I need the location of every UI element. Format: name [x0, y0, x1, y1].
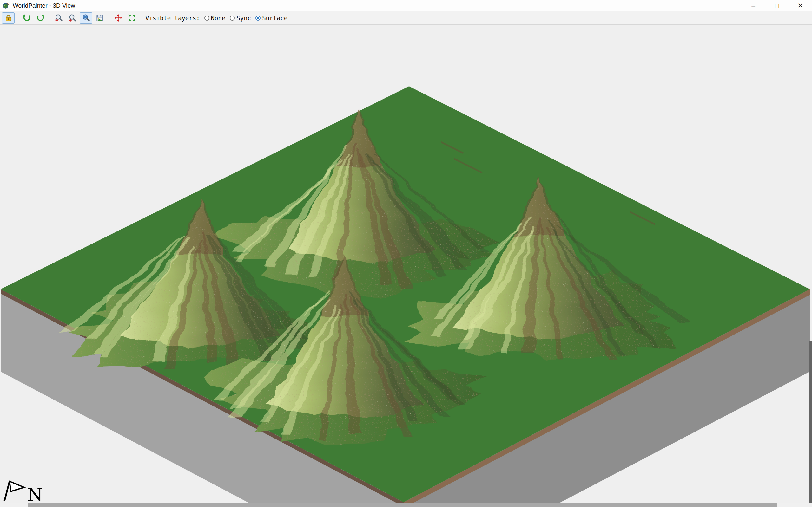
green-expand-arrows-icon	[128, 14, 136, 22]
layer-option-label: Sync	[237, 14, 251, 21]
worldpainter-logo-icon	[3, 2, 10, 9]
toolbar-separator	[142, 13, 142, 23]
layer-option-sync[interactable]: Sync	[230, 14, 251, 21]
close-button[interactable]: ✕	[789, 0, 812, 11]
3d-view-canvas[interactable]: N	[0, 25, 812, 507]
layer-option-none[interactable]: None	[204, 14, 225, 21]
compass-north-label: N	[27, 485, 43, 505]
maximize-button[interactable]: □	[765, 0, 789, 11]
magnifier-plus-icon	[68, 14, 77, 22]
red-cross-arrows-icon	[114, 14, 122, 22]
horizontal-scrollbar[interactable]	[0, 503, 812, 507]
save-image-icon	[96, 14, 104, 22]
magnifier-blue-icon	[82, 14, 91, 22]
window-controls: – □ ✕	[742, 0, 812, 11]
compass: N	[4, 481, 43, 505]
vertical-scrollbar[interactable]	[809, 25, 812, 503]
magnifier-minus-icon	[55, 14, 63, 22]
move-marker-button[interactable]	[112, 12, 124, 24]
rotate-left-button[interactable]	[20, 12, 33, 24]
horizontal-scrollbar-thumb[interactable]	[28, 503, 777, 507]
toolbar: Visible layers: None Sync Surface	[0, 11, 812, 25]
3d-viewport[interactable]: N	[0, 25, 812, 507]
vertical-scrollbar-thumb[interactable]	[809, 341, 812, 503]
lock-icon	[4, 14, 13, 22]
export-image-button[interactable]	[93, 12, 106, 24]
layer-option-surface[interactable]: Surface	[255, 14, 288, 21]
visible-layers-label: Visible layers:	[145, 14, 200, 21]
radio-icon	[204, 15, 209, 20]
reset-zoom-button[interactable]	[80, 12, 92, 24]
rotate-right-button[interactable]	[34, 12, 47, 24]
always-on-top-button[interactable]	[2, 12, 15, 24]
radio-icon	[230, 15, 235, 20]
layer-option-label: None	[211, 14, 225, 21]
window-title: WorldPainter - 3D View	[13, 2, 75, 9]
zoom-out-button[interactable]	[52, 12, 65, 24]
rotate-cw-icon	[36, 14, 45, 22]
rotate-ccw-icon	[22, 14, 31, 22]
radio-icon	[255, 15, 260, 20]
fit-to-window-button[interactable]	[125, 12, 138, 24]
minimize-button[interactable]: –	[742, 0, 765, 11]
titlebar: WorldPainter - 3D View – □ ✕	[0, 0, 812, 11]
visible-layers-group: Visible layers: None Sync Surface	[145, 14, 288, 21]
grass-plane	[1, 86, 810, 502]
layer-option-label: Surface	[262, 14, 288, 21]
worldpainter-3d-view-window: WorldPainter - 3D View – □ ✕	[0, 0, 812, 507]
zoom-in-button[interactable]	[66, 12, 79, 24]
